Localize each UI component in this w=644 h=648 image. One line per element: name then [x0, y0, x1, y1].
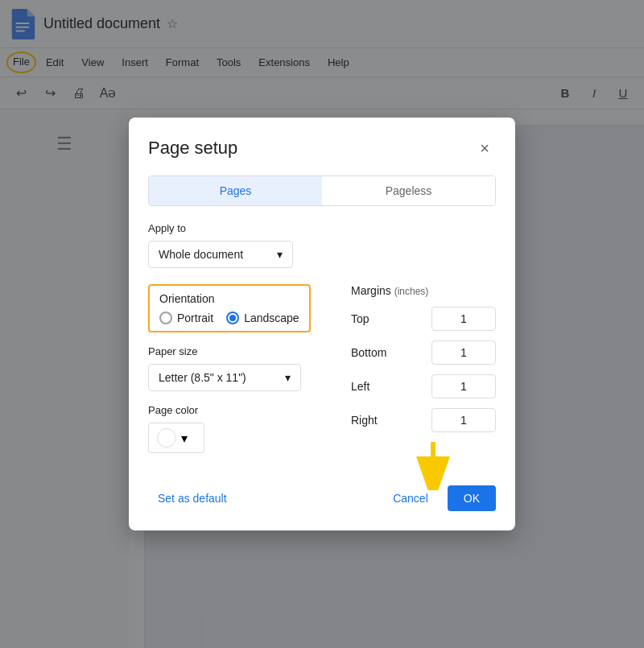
dialog-left: Orientation Portrait Landscape: [148, 284, 332, 466]
page-color-label: Page color: [148, 404, 332, 416]
margin-right-input[interactable]: [431, 408, 496, 432]
margin-left-input[interactable]: [431, 374, 496, 398]
tab-pages[interactable]: Pages: [149, 176, 322, 205]
landscape-radio-circle: [226, 312, 239, 324]
orientation-landscape[interactable]: Landscape: [226, 312, 299, 324]
page-color-section: Page color ▾: [148, 404, 332, 453]
margins-title: Margins (inches): [351, 284, 496, 297]
overlay: Page setup × Pages Pageless Apply to Who…: [0, 0, 644, 648]
margin-top-row: Top: [351, 307, 496, 331]
margin-right-row: Right: [351, 408, 496, 432]
margin-right-label: Right: [351, 414, 391, 427]
margin-bottom-row: Bottom: [351, 341, 496, 365]
margin-bottom-label: Bottom: [351, 346, 391, 359]
paper-size-label: Paper size: [148, 345, 332, 357]
apply-to-dropdown-icon: ▾: [277, 248, 283, 261]
paper-size-section: Paper size Letter (8.5" x 11") ▾: [148, 345, 332, 391]
paper-size-dropdown-icon: ▾: [285, 371, 291, 384]
tabs: Pages Pageless: [148, 175, 496, 206]
close-button[interactable]: ×: [473, 137, 496, 159]
landscape-radio-dot: [229, 315, 236, 321]
portrait-label: Portrait: [177, 312, 213, 324]
dialog-body: Orientation Portrait Landscape: [148, 284, 496, 466]
orientation-label: Orientation: [159, 292, 299, 305]
margin-top-input[interactable]: [431, 307, 496, 331]
orientation-section: Orientation Portrait Landscape: [148, 284, 311, 332]
dialog-title: Page setup: [148, 138, 237, 159]
page-color-picker[interactable]: ▾: [148, 423, 204, 453]
orientation-portrait[interactable]: Portrait: [159, 312, 213, 324]
color-dropdown-icon: ▾: [181, 431, 188, 446]
tab-pageless[interactable]: Pageless: [322, 176, 495, 205]
margin-left-label: Left: [351, 380, 391, 393]
radio-group-orientation: Portrait Landscape: [159, 312, 299, 324]
paper-size-select[interactable]: Letter (8.5" x 11") ▾: [148, 364, 301, 391]
apply-to-value: Whole document: [159, 248, 243, 261]
color-swatch: [157, 428, 176, 448]
portrait-radio-circle: [159, 312, 172, 324]
margin-bottom-input[interactable]: [431, 341, 496, 365]
apply-to-select[interactable]: Whole document ▾: [148, 241, 293, 268]
apply-to-label: Apply to: [148, 222, 496, 234]
margin-top-label: Top: [351, 312, 391, 325]
set-default-button[interactable]: Set as default: [148, 485, 237, 511]
dialog-right: Margins (inches) Top Bottom Left Right: [351, 284, 496, 466]
margins-unit: (inches): [394, 286, 429, 297]
yellow-arrow-icon: [409, 442, 457, 490]
page-setup-dialog: Page setup × Pages Pageless Apply to Who…: [129, 118, 515, 530]
dialog-header: Page setup ×: [148, 137, 496, 159]
paper-size-value: Letter (8.5" x 11"): [159, 371, 246, 384]
margin-left-row: Left: [351, 374, 496, 398]
landscape-label: Landscape: [244, 312, 299, 324]
